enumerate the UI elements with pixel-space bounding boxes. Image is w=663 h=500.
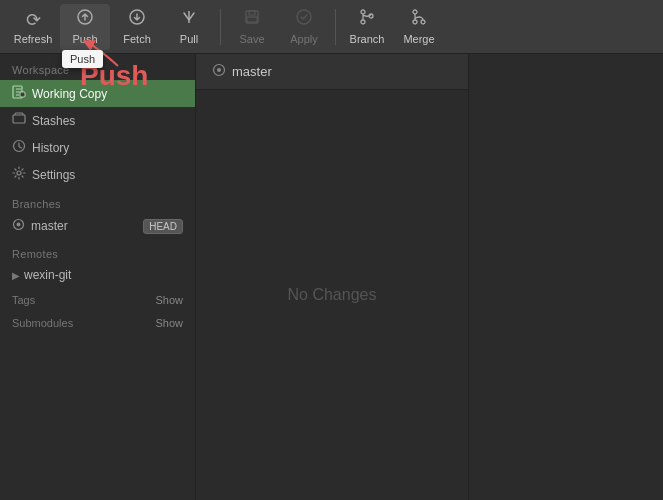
right-panel	[468, 54, 663, 500]
settings-label: Settings	[32, 168, 75, 182]
submodules-section-label: Submodules	[12, 317, 73, 329]
svg-point-12	[421, 20, 425, 24]
sidebar: Workspace Working Copy Stashes	[0, 54, 196, 500]
sidebar-item-history[interactable]: History	[0, 134, 195, 161]
master-branch-label: master	[31, 219, 68, 233]
content-body: No Changes	[196, 90, 468, 500]
merge-label: Merge	[403, 33, 434, 45]
svg-point-10	[413, 10, 417, 14]
fetch-icon	[128, 8, 146, 31]
working-copy-label: Working Copy	[32, 87, 107, 101]
branches-section-label: Branches	[0, 188, 195, 214]
tags-section-label: Tags	[12, 294, 35, 306]
tags-show-link[interactable]: Show	[155, 294, 183, 306]
svg-point-7	[361, 10, 365, 14]
content-area: master No Changes	[196, 54, 468, 500]
apply-button[interactable]: Apply	[279, 4, 329, 50]
no-changes-text: No Changes	[288, 286, 377, 304]
remote-name-label: wexin-git	[24, 268, 71, 282]
save-button[interactable]: Save	[227, 4, 277, 50]
push-button[interactable]: Push	[60, 4, 110, 50]
remotes-section-label: Remotes	[0, 238, 195, 264]
branch-button[interactable]: Branch	[342, 4, 392, 50]
refresh-icon: ⟳	[26, 9, 41, 31]
push-label: Push	[72, 33, 97, 45]
tags-section-row: Tags Show	[0, 286, 195, 309]
branch-master[interactable]: master HEAD	[0, 214, 195, 238]
pull-icon	[180, 8, 198, 31]
toolbar-divider-1	[220, 9, 221, 45]
tooltip-text: Push	[70, 53, 95, 65]
branch-node-icon	[12, 218, 25, 234]
working-copy-icon	[12, 85, 26, 102]
sidebar-item-stashes[interactable]: Stashes	[0, 107, 195, 134]
merge-icon	[410, 8, 428, 31]
settings-icon	[12, 166, 26, 183]
content-branch-icon	[212, 63, 226, 80]
fetch-button[interactable]: Fetch	[112, 4, 162, 50]
pull-label: Pull	[180, 33, 198, 45]
toolbar-divider-2	[335, 9, 336, 45]
submodules-section-row: Submodules Show	[0, 309, 195, 332]
stashes-icon	[12, 112, 26, 129]
merge-button[interactable]: Merge	[394, 4, 444, 50]
content-header: master	[196, 54, 468, 90]
svg-rect-5	[247, 17, 257, 22]
refresh-label: Refresh	[14, 33, 53, 45]
apply-label: Apply	[290, 33, 318, 45]
apply-icon	[295, 8, 313, 31]
svg-point-17	[17, 171, 21, 175]
push-icon	[76, 8, 94, 31]
current-branch-name: master	[232, 64, 272, 79]
toolbar: ⟳ Refresh Push Fetch Pull	[0, 0, 663, 54]
remote-arrow-icon: ▶	[12, 270, 20, 281]
history-icon	[12, 139, 26, 156]
branch-label: Branch	[350, 33, 385, 45]
svg-point-11	[413, 20, 417, 24]
submodules-show-link[interactable]: Show	[155, 317, 183, 329]
remote-wexin-git[interactable]: ▶ wexin-git	[0, 264, 195, 286]
refresh-button[interactable]: ⟳ Refresh	[8, 4, 58, 50]
sidebar-item-working-copy[interactable]: Working Copy	[0, 80, 195, 107]
push-tooltip: Push	[62, 50, 103, 68]
save-label: Save	[239, 33, 264, 45]
sidebar-item-settings[interactable]: Settings	[0, 161, 195, 188]
svg-rect-15	[13, 115, 25, 123]
svg-point-19	[17, 223, 21, 227]
pull-button[interactable]: Pull	[164, 4, 214, 50]
branch-icon	[358, 8, 376, 31]
svg-point-8	[361, 20, 365, 24]
fetch-label: Fetch	[123, 33, 151, 45]
head-badge: HEAD	[143, 219, 183, 234]
svg-point-21	[217, 68, 221, 72]
history-label: History	[32, 141, 69, 155]
save-icon	[243, 8, 261, 31]
main-area: Workspace Working Copy Stashes	[0, 54, 663, 500]
svg-rect-14	[20, 92, 25, 97]
stashes-label: Stashes	[32, 114, 75, 128]
